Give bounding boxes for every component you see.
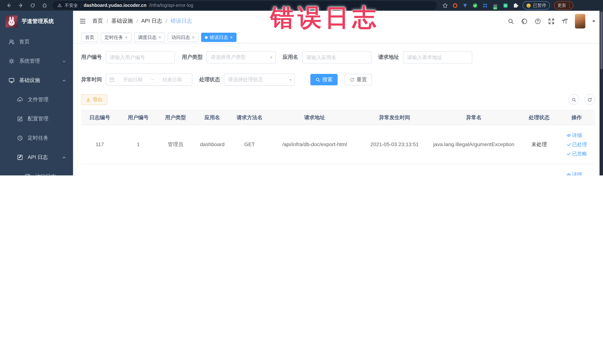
extension-drop-icon[interactable] xyxy=(462,2,468,8)
chevron-down-icon xyxy=(62,59,66,63)
search-icon[interactable] xyxy=(508,18,514,24)
extension-on-icon[interactable]: on xyxy=(492,2,498,8)
user-id-input[interactable] xyxy=(106,51,175,63)
cell-status: 未处理 xyxy=(520,125,558,164)
sidebar-item-scheduled-tasks[interactable]: 定时任务 xyxy=(0,129,73,148)
scrollbar-track[interactable] xyxy=(600,11,603,176)
browser-update-pill[interactable]: 更新 xyxy=(554,1,573,10)
export-button[interactable]: 导出 xyxy=(81,94,107,105)
tag-label: 错误日志 xyxy=(210,34,228,41)
sidebar-item-file-manage[interactable]: 文件管理 xyxy=(0,90,73,109)
profile-paused-pill[interactable]: 已暂停 xyxy=(522,1,550,10)
reset-button[interactable]: 重置 xyxy=(345,74,372,85)
extension-grid-icon[interactable] xyxy=(482,2,488,8)
screen: 不安全 dashboard.yudao.iocoder.cn/infra/log… xyxy=(0,0,603,176)
sidebar-item-config-manage[interactable]: 配置管理 xyxy=(0,109,73,129)
fullscreen-icon[interactable] xyxy=(548,18,555,24)
search-icon xyxy=(315,77,320,82)
user-type-select[interactable]: 请选择用户类型 ▾ xyxy=(207,51,276,63)
column-header: 请求地址 xyxy=(268,110,361,125)
extension-orange-icon[interactable] xyxy=(452,2,458,8)
browser-back-icon[interactable] xyxy=(6,3,12,8)
date-range-picker[interactable]: 开始日期 ~ 结束日期 xyxy=(106,73,192,86)
update-label: 更新 xyxy=(557,2,566,8)
edit-icon xyxy=(17,116,23,122)
detail-link[interactable]: 详细 xyxy=(566,132,582,139)
avatar-caret-icon[interactable] xyxy=(592,20,595,22)
ignored-link[interactable]: 已忽略 xyxy=(566,150,587,157)
toggle-search-button[interactable] xyxy=(568,94,579,105)
content: 用户编号 用户类型 请选择用户类型 ▾ 应用名 xyxy=(73,43,603,176)
processed-link-label: 已处理 xyxy=(572,141,587,148)
processed-link[interactable]: 已处理 xyxy=(566,141,587,148)
refresh-table-button[interactable] xyxy=(584,94,595,105)
tag-scheduled-tasks[interactable]: 定时任务 × xyxy=(101,33,132,42)
breadcrumb: 首页 / 基础设施 / API 日志 / 错误日志 xyxy=(92,18,192,24)
breadcrumb-item[interactable]: API 日志 xyxy=(141,18,162,24)
hamburger-icon[interactable] xyxy=(79,18,86,24)
cell-status: 未处理 xyxy=(520,164,558,176)
gear-icon xyxy=(9,58,15,64)
close-icon[interactable]: × xyxy=(159,35,161,40)
app-name-input[interactable] xyxy=(302,51,371,63)
extensions-puzzle-icon[interactable] xyxy=(512,2,518,8)
cell-exception-name: java.lang.IllegalArgumentException xyxy=(428,125,520,164)
cell-exception-name: java.lang.IllegalArgumentException xyxy=(428,164,520,176)
tag-home[interactable]: 首页 xyxy=(81,33,98,42)
export-button-label: 导出 xyxy=(93,96,103,103)
column-header: 用户类型 xyxy=(158,110,193,125)
sidebar-item-system[interactable]: 系统管理 xyxy=(0,52,73,71)
tag-label: 调度日志 xyxy=(138,34,157,41)
github-icon[interactable] xyxy=(521,18,528,24)
tag-label: 定时任务 xyxy=(104,34,123,41)
breadcrumb-item[interactable]: 首页 xyxy=(92,18,103,24)
cell-user-type: 管理员 xyxy=(158,125,193,164)
close-icon[interactable]: × xyxy=(125,35,128,40)
annotation-overlay-title: 错误日志 xyxy=(270,1,380,34)
bookmark-star-icon[interactable] xyxy=(442,2,448,8)
font-size-icon[interactable] xyxy=(561,18,568,24)
sidebar-item-home[interactable]: 首页 xyxy=(0,32,73,52)
close-icon[interactable]: × xyxy=(192,35,195,40)
cell-request-url: /api/infra/db-doc/export-html xyxy=(268,125,361,164)
extension-green-check-icon[interactable] xyxy=(472,2,478,8)
url-host: dashboard.yudao.iocoder.cn xyxy=(84,3,146,8)
browser-forward-icon[interactable] xyxy=(18,3,23,8)
request-url-input[interactable] xyxy=(403,51,472,63)
breadcrumb-separator: / xyxy=(107,18,108,24)
search-icon xyxy=(571,97,576,102)
tag-error-log[interactable]: 错误日志 × xyxy=(201,33,237,42)
tag-schedule-log[interactable]: 调度日志 × xyxy=(134,33,165,42)
close-icon[interactable]: × xyxy=(230,35,233,40)
cell-actions: 详细 已处理 已忽略 xyxy=(558,164,595,176)
security-label: 不安全 xyxy=(65,2,78,8)
tag-access-log[interactable]: 访问日志 × xyxy=(168,33,198,42)
sidebar-item-api-log[interactable]: API 日志 xyxy=(0,148,73,167)
status-select[interactable]: 请选择处理状态 ▾ xyxy=(224,73,295,86)
cell-exception-time: 2021-05-03 12:02:31 xyxy=(361,164,428,176)
sidebar-item-infrastructure[interactable]: 基础设施 xyxy=(0,71,73,90)
sidebar-item-label: 配置管理 xyxy=(28,115,48,122)
sidebar-item-access-log[interactable]: 访问日志 xyxy=(0,167,73,176)
search-button-label: 搜索 xyxy=(322,76,333,83)
detail-link[interactable]: 详细 xyxy=(566,171,582,176)
browser-home-icon[interactable] xyxy=(42,3,47,8)
monitor-icon xyxy=(9,77,15,83)
cell-exception-time: 2021-05-03 23:13:51 xyxy=(361,125,428,164)
cell-method: GET xyxy=(232,125,268,164)
sidebar-item-label: 文件管理 xyxy=(28,96,48,103)
cell-user-type: 管理员 xyxy=(158,164,193,176)
breadcrumb-separator: / xyxy=(136,18,138,24)
browser-menu-icon[interactable] xyxy=(569,3,570,8)
browser-reload-icon[interactable] xyxy=(30,3,35,8)
eye-icon xyxy=(566,172,571,176)
app-name-label: 应用名 xyxy=(283,54,298,61)
error-log-table: 日志编号 用户编号 用户类型 应用名 请求方法名 请求地址 异常发生时间 异常名… xyxy=(81,110,595,176)
breadcrumb-item[interactable]: 基础设施 xyxy=(111,18,133,24)
help-icon[interactable] xyxy=(534,18,541,24)
logo-row[interactable]: 芋道管理系统 xyxy=(0,11,73,32)
extension-monkey-icon[interactable] xyxy=(503,2,509,8)
avatar[interactable] xyxy=(575,14,585,29)
scrollbar-thumb[interactable] xyxy=(600,12,602,69)
search-button[interactable]: 搜索 xyxy=(310,74,337,85)
